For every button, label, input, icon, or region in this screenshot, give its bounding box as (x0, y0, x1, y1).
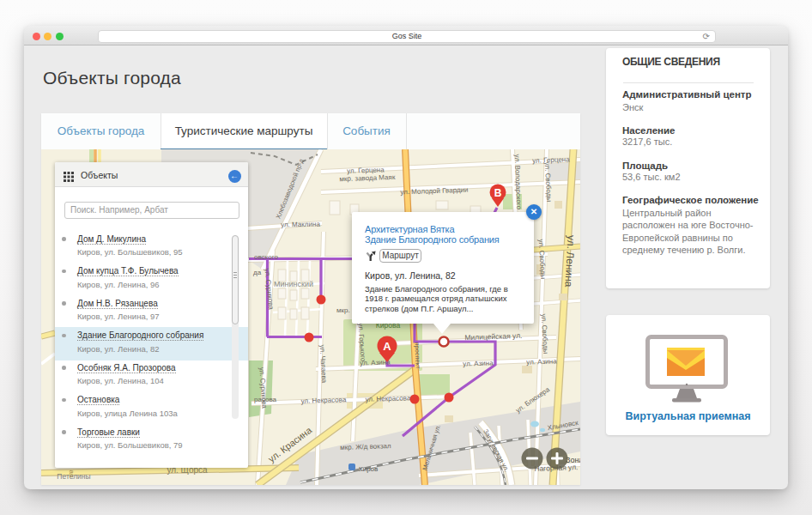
svg-text:A: A (383, 340, 391, 353)
svg-text:проспект: проспект (413, 342, 421, 369)
svg-text:ул. Маклина: ул. Маклина (281, 221, 320, 229)
svg-text:овского: овского (254, 253, 278, 261)
svg-text:ул. Некрасова: ул. Некрасова (365, 394, 411, 403)
svg-text:расова: расова (254, 396, 277, 403)
svg-text:Киров: Киров (359, 465, 378, 473)
svg-text:ул. Азина: ул. Азина (526, 357, 557, 366)
svg-text:B: B (494, 187, 502, 199)
svg-text:Зона: Зона (566, 456, 580, 464)
svg-text:ул. Азина: ул. Азина (463, 359, 494, 367)
svg-text:ул. Некрасова: ул. Некрасова (300, 396, 347, 405)
svg-text:мкр.: мкр. (336, 306, 350, 314)
svg-text:Мининский: Мининский (274, 280, 313, 288)
svg-text:ая: ая (68, 470, 76, 478)
svg-text:да: да (253, 269, 262, 276)
